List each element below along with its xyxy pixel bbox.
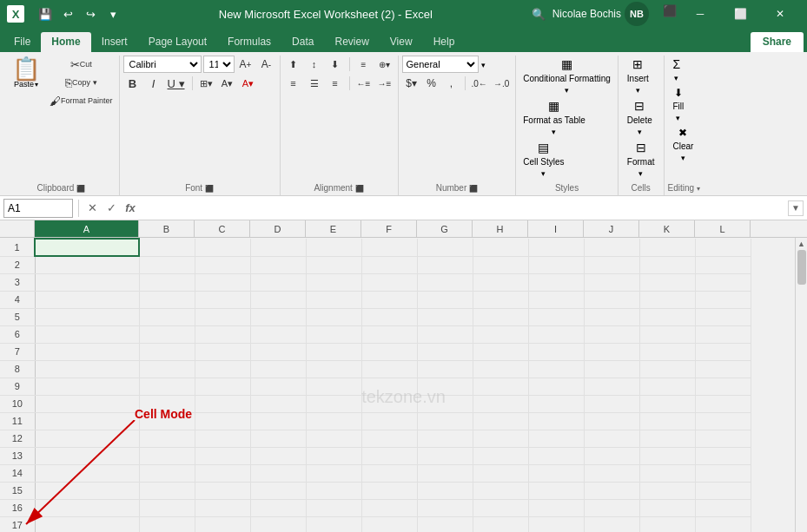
cell-G13[interactable] (417, 447, 473, 464)
col-header-d[interactable]: D (250, 220, 306, 237)
cell-C4[interactable] (195, 291, 250, 308)
cell-B16[interactable] (139, 499, 195, 516)
cell-F12[interactable] (361, 430, 417, 447)
cell-G11[interactable] (417, 412, 473, 430)
cell-J3[interactable] (584, 273, 639, 291)
search-button[interactable]: 🔍 (528, 3, 549, 24)
cell-B12[interactable] (139, 430, 195, 447)
row-header-14[interactable]: 14 (0, 464, 35, 482)
cell-H4[interactable] (473, 291, 528, 308)
cell-E12[interactable] (306, 430, 361, 447)
row-header-9[interactable]: 9 (0, 378, 35, 395)
align-top-button[interactable]: ⬆ (284, 56, 303, 73)
cell-G8[interactable] (417, 360, 473, 378)
cell-E6[interactable] (306, 325, 361, 343)
number-dialog-launcher[interactable]: ⬛ (469, 185, 478, 193)
cell-L2[interactable] (695, 256, 751, 273)
cell-G10[interactable] (417, 395, 473, 412)
cell-I9[interactable] (528, 378, 584, 395)
cell-A6[interactable] (35, 325, 139, 343)
cell-H1[interactable] (473, 239, 528, 256)
cell-E4[interactable] (306, 291, 361, 308)
cell-F9[interactable] (361, 378, 417, 395)
cell-K16[interactable] (639, 499, 695, 516)
cell-J13[interactable] (584, 447, 639, 464)
cell-I4[interactable] (528, 291, 584, 308)
align-middle-button[interactable]: ↕ (305, 56, 324, 73)
cell-I13[interactable] (528, 447, 584, 464)
border-button[interactable]: ⊞▾ (197, 75, 216, 92)
cell-F1[interactable] (361, 239, 417, 256)
cell-E8[interactable] (306, 360, 361, 378)
cell-B6[interactable] (139, 325, 195, 343)
scroll-up-button[interactable]: ▲ (796, 238, 807, 250)
underline-button[interactable]: U ▾ (165, 75, 188, 92)
cell-L16[interactable] (695, 499, 751, 516)
cell-K17[interactable] (639, 516, 695, 532)
cell-H9[interactable] (473, 378, 528, 395)
cell-J1[interactable] (584, 239, 639, 256)
cell-I5[interactable] (528, 308, 584, 325)
cell-B3[interactable] (139, 273, 195, 291)
cell-styles-button[interactable]: ▤ Cell Styles ▾ (519, 139, 567, 180)
cell-J15[interactable] (584, 482, 639, 499)
cell-E13[interactable] (306, 447, 361, 464)
cell-B10[interactable] (139, 395, 195, 412)
cut-button[interactable]: ✂ Cut (47, 56, 116, 73)
cell-C5[interactable] (195, 308, 250, 325)
cell-F4[interactable] (361, 291, 417, 308)
cell-J11[interactable] (584, 412, 639, 430)
cell-C3[interactable] (195, 273, 250, 291)
align-bottom-button[interactable]: ⬇ (326, 56, 345, 73)
fx-button[interactable]: fx (122, 200, 138, 216)
tab-formulas[interactable]: Formulas (217, 32, 281, 52)
cell-J9[interactable] (584, 378, 639, 395)
cell-G12[interactable] (417, 430, 473, 447)
paste-button[interactable]: 📋 Paste ▾ (7, 56, 45, 90)
cell-E1[interactable] (306, 239, 361, 256)
cell-C2[interactable] (195, 256, 250, 273)
cell-H16[interactable] (473, 499, 528, 516)
cell-E17[interactable] (306, 516, 361, 532)
scroll-track[interactable] (796, 250, 807, 532)
cell-D6[interactable] (250, 325, 306, 343)
col-header-k[interactable]: K (639, 220, 695, 237)
cell-I8[interactable] (528, 360, 584, 378)
font-color-button[interactable]: A▾ (239, 75, 258, 92)
minimize-button[interactable]: ─ (680, 0, 720, 28)
cell-A9[interactable] (35, 378, 139, 395)
col-header-l[interactable]: L (695, 220, 751, 237)
row-header-10[interactable]: 10 (0, 395, 35, 412)
cell-L6[interactable] (695, 325, 751, 343)
insert-cells-button[interactable]: ⊞ Insert ▾ (622, 56, 654, 96)
format-as-table-button[interactable]: ▦ Format as Table ▾ (519, 97, 589, 138)
cell-D13[interactable] (250, 447, 306, 464)
cell-F2[interactable] (361, 256, 417, 273)
decrease-indent-button[interactable]: ←≡ (354, 75, 374, 92)
cell-D14[interactable] (250, 464, 306, 482)
font-family-select[interactable]: Calibri (123, 56, 202, 73)
cell-I11[interactable] (528, 412, 584, 430)
cell-J10[interactable] (584, 395, 639, 412)
formula-input[interactable] (142, 199, 784, 218)
row-header-12[interactable]: 12 (0, 430, 35, 447)
row-header-16[interactable]: 16 (0, 499, 35, 516)
cell-A13[interactable] (35, 447, 139, 464)
cell-K4[interactable] (639, 291, 695, 308)
cell-A7[interactable] (35, 343, 139, 360)
tab-file[interactable]: File (3, 32, 41, 52)
cell-A5[interactable] (35, 308, 139, 325)
cell-I17[interactable] (528, 516, 584, 532)
cell-I2[interactable] (528, 256, 584, 273)
cell-G17[interactable] (417, 516, 473, 532)
cell-J17[interactable] (584, 516, 639, 532)
cell-A2[interactable] (35, 256, 139, 273)
redo-button[interactable]: ↪ (80, 3, 101, 24)
cell-I1[interactable] (528, 239, 584, 256)
cell-G5[interactable] (417, 308, 473, 325)
cell-K9[interactable] (639, 378, 695, 395)
cell-I12[interactable] (528, 430, 584, 447)
row-header-3[interactable]: 3 (0, 273, 35, 291)
cell-L1[interactable] (695, 239, 751, 256)
cell-G16[interactable] (417, 499, 473, 516)
